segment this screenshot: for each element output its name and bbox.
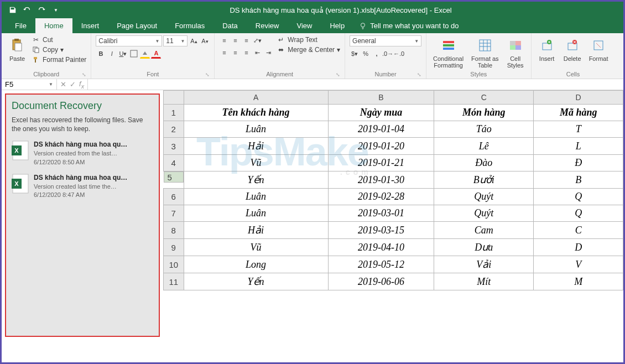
cell[interactable]: 2019-06-06 [328, 273, 434, 290]
increase-decimal-button[interactable]: .0→ [383, 49, 393, 59]
format-cells-button[interactable]: Format [587, 35, 611, 63]
cancel-formula-icon[interactable]: ✕ [60, 80, 66, 89]
font-size-select[interactable]: 11▼ [163, 35, 188, 46]
cut-button[interactable]: ✂Cut [32, 35, 86, 44]
recovery-item[interactable]: XDS khách hàng mua hoa qu…Version create… [12, 173, 153, 200]
number-format-select[interactable]: General▼ [350, 35, 421, 46]
cell[interactable]: Quýt [434, 205, 534, 222]
formula-input[interactable] [88, 79, 623, 90]
row-header[interactable]: 2 [164, 121, 184, 138]
cell[interactable]: Vũ [184, 155, 328, 171]
cell[interactable]: Mít [434, 273, 534, 290]
row-header[interactable]: 10 [164, 256, 184, 273]
cell[interactable]: D [534, 239, 623, 256]
merge-center-button[interactable]: ⬌Merge & Center ▾ [277, 45, 340, 54]
cell[interactable]: 2019-05-12 [328, 256, 434, 273]
tell-me[interactable]: Tell me what you want to do [353, 18, 464, 33]
cell-styles-button[interactable]: Cell Styles [504, 35, 527, 70]
insert-cells-button[interactable]: Insert [536, 35, 558, 63]
increase-font-button[interactable]: A▴ [189, 36, 199, 46]
undo-icon[interactable] [22, 4, 33, 15]
enter-formula-icon[interactable]: ✓ [70, 80, 76, 89]
cell[interactable]: T [534, 121, 623, 138]
cell[interactable]: Yến [184, 171, 328, 189]
format-painter-button[interactable]: Format Painter [32, 55, 86, 64]
row-header[interactable]: 3 [164, 138, 184, 155]
cell[interactable]: 2019-03-15 [328, 222, 434, 239]
number-launcher-icon[interactable]: ⤡ [417, 72, 421, 77]
tab-formulas[interactable]: Formulas [166, 18, 213, 33]
percent-button[interactable]: % [361, 49, 371, 59]
align-bottom-button[interactable]: ≡ [241, 35, 251, 45]
paste-button[interactable]: Paste [6, 35, 28, 63]
cell[interactable]: Lê [434, 138, 534, 155]
col-header-A[interactable]: A [184, 91, 328, 105]
cell[interactable]: Ngày mua [328, 105, 434, 121]
delete-cells-button[interactable]: Delete [561, 35, 584, 63]
cell[interactable]: Dưa [434, 239, 534, 256]
cell[interactable]: Mã hàng [534, 105, 623, 121]
fx-icon[interactable]: fx [79, 80, 84, 90]
cell[interactable]: 2019-01-04 [328, 121, 434, 138]
cell[interactable]: 2019-01-21 [328, 155, 434, 171]
orientation-button[interactable]: ⤢▾ [252, 35, 262, 45]
recovery-item[interactable]: XDS khách hàng mua hoa qu…Version create… [12, 140, 153, 167]
cell[interactable]: M [534, 273, 623, 290]
cell[interactable]: Hải [184, 138, 328, 155]
cell[interactable]: Cam [434, 222, 534, 239]
cell[interactable]: Táo [434, 121, 534, 138]
cell[interactable]: 2019-01-30 [328, 171, 434, 189]
col-header-C[interactable]: C [434, 91, 534, 105]
fill-color-button[interactable] [140, 49, 150, 59]
tab-help[interactable]: Help [321, 18, 353, 33]
tab-data[interactable]: Data [213, 18, 246, 33]
cell[interactable]: L [534, 138, 623, 155]
name-box[interactable]: F5▼ [2, 79, 57, 90]
wrap-text-button[interactable]: ↵Wrap Text [277, 35, 340, 44]
format-table-button[interactable]: Format as Table [469, 35, 501, 70]
underline-button[interactable]: U ▾ [118, 49, 128, 59]
font-color-button[interactable]: A [151, 49, 161, 59]
comma-button[interactable]: , [372, 49, 382, 59]
col-header-B[interactable]: B [328, 91, 434, 105]
cell[interactable]: Q [534, 189, 623, 205]
redo-icon[interactable] [36, 4, 47, 15]
decrease-decimal-button[interactable]: ←.0 [394, 49, 404, 59]
cell[interactable]: B [534, 171, 623, 189]
align-top-button[interactable]: ≡ [219, 35, 229, 45]
col-header-D[interactable]: D [534, 91, 623, 105]
cell[interactable]: V [534, 256, 623, 273]
row-header[interactable]: 6 [164, 189, 184, 205]
cell[interactable]: Đ [534, 155, 623, 171]
cell[interactable]: Món hàng [434, 105, 534, 121]
align-left-button[interactable]: ≡ [219, 48, 229, 58]
align-center-button[interactable]: ≡ [230, 48, 240, 58]
bold-button[interactable]: B [96, 49, 106, 59]
cell[interactable]: Q [534, 205, 623, 222]
cell[interactable]: 2019-04-10 [328, 239, 434, 256]
select-all-corner[interactable] [164, 91, 184, 105]
cell[interactable]: 2019-03-01 [328, 205, 434, 222]
row-header[interactable]: 8 [164, 222, 184, 239]
tab-insert[interactable]: Insert [72, 18, 108, 33]
cell[interactable]: Luân [184, 205, 328, 222]
font-name-select[interactable]: Calibri▼ [96, 35, 162, 46]
currency-button[interactable]: $▾ [350, 49, 360, 59]
cell[interactable]: Bưởi [434, 171, 534, 189]
cell[interactable]: Đào [434, 155, 534, 171]
cell[interactable]: Yến [184, 273, 328, 290]
cell[interactable]: Long [184, 256, 328, 273]
cell[interactable]: Vũ [184, 239, 328, 256]
qat-dropdown-icon[interactable]: ▼ [50, 4, 61, 15]
cell[interactable]: Luân [184, 121, 328, 138]
cell[interactable]: C [534, 222, 623, 239]
row-header[interactable]: 7 [164, 205, 184, 222]
italic-button[interactable]: I [107, 49, 117, 59]
borders-button[interactable] [129, 49, 139, 59]
cell[interactable]: 2019-01-20 [328, 138, 434, 155]
align-middle-button[interactable]: ≡ [230, 35, 240, 45]
clipboard-launcher-icon[interactable]: ⤡ [82, 72, 86, 77]
tab-review[interactable]: Review [247, 18, 288, 33]
row-header[interactable]: 9 [164, 239, 184, 256]
tab-page-layout[interactable]: Page Layout [108, 18, 166, 33]
